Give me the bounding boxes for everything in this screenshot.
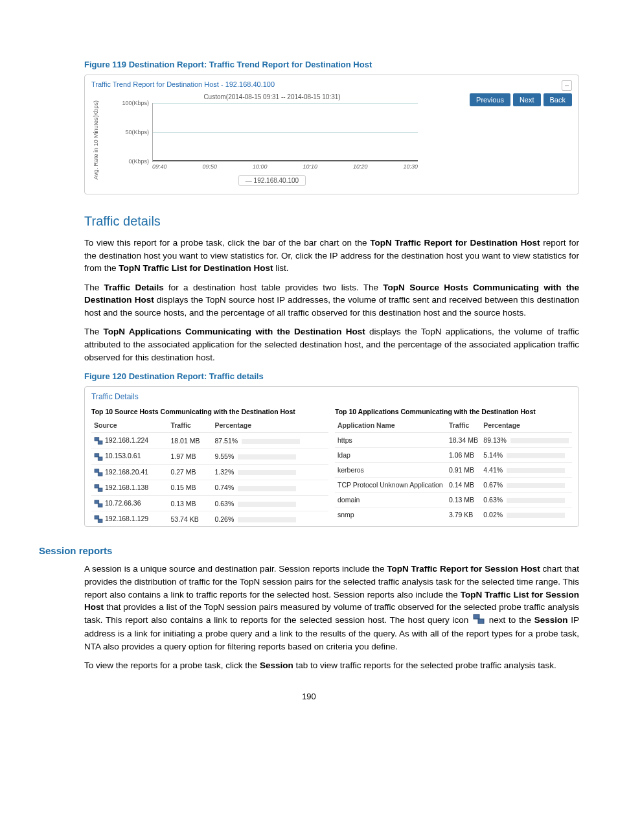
percentage-bar — [242, 439, 300, 444]
y-tick: 100(Kbps) — [122, 100, 149, 106]
host-query-icon[interactable] — [94, 500, 103, 508]
svg-rect-10 — [95, 516, 99, 519]
source-cell[interactable]: 10.153.0.61 — [91, 449, 168, 464]
source-cell[interactable]: 192.168.1.138 — [91, 480, 168, 495]
table-row: kerberos0.91 MB4.41% — [335, 463, 572, 478]
body-text: To view the reports for a probe task, cl… — [84, 659, 579, 672]
traffic-cell: 53.74 KB — [168, 511, 212, 527]
source-cell[interactable]: 192.168.1.224 — [91, 433, 168, 449]
percentage-bar — [507, 483, 565, 488]
chart-legend: — 192.168.40.100 — [238, 175, 306, 186]
source-hosts-table: Source Traffic Percentage 192.168.1.2241… — [91, 418, 328, 526]
traffic-cell: 0.14 MB — [446, 478, 481, 493]
host-query-icon[interactable] — [94, 515, 103, 523]
table-row: 192.168.20.410.27 MB1.32% — [91, 464, 328, 480]
host-query-icon[interactable] — [94, 469, 103, 476]
svg-rect-0 — [95, 438, 99, 441]
figure-120-caption: Figure 120 Destination Report: Traffic d… — [84, 371, 579, 381]
traffic-details-panel-title: Traffic Details — [91, 392, 572, 401]
traffic-details-panel: Traffic Details Top 10 Source Hosts Comm… — [84, 386, 579, 527]
x-tick: 10:10 — [303, 163, 317, 170]
app-name-cell[interactable]: kerberos — [335, 463, 446, 478]
col-source[interactable]: Source — [91, 418, 168, 433]
svg-rect-6 — [95, 485, 99, 488]
y-tick: 50(Kbps) — [125, 129, 149, 135]
svg-rect-13 — [478, 619, 484, 624]
col-percentage[interactable]: Percentage — [481, 418, 572, 433]
source-cell[interactable]: 192.168.20.41 — [91, 464, 168, 480]
traffic-cell: 0.13 MB — [168, 495, 212, 511]
x-tick: 10:00 — [253, 163, 268, 170]
percentage-cell: 5.14% — [481, 448, 572, 463]
table-title-applications: Top 10 Applications Communicating with t… — [335, 405, 572, 418]
percentage-bar — [238, 517, 296, 522]
app-name-cell[interactable]: domain — [335, 493, 446, 508]
x-tick: 09:50 — [202, 163, 217, 170]
host-query-icon[interactable] — [94, 437, 103, 445]
percentage-cell: 0.26% — [212, 511, 328, 527]
percentage-cell: 89.13% — [481, 433, 572, 448]
table-row: 192.168.1.22418.01 MB87.51% — [91, 433, 328, 449]
percentage-cell: 4.41% — [481, 463, 572, 478]
percentage-bar — [510, 438, 569, 443]
percentage-bar — [507, 498, 565, 503]
body-text: To view this report for a probe task, cl… — [84, 237, 579, 275]
y-tick: 0(Kbps) — [128, 158, 149, 165]
section-title-traffic-details: Traffic details — [84, 214, 579, 229]
back-button[interactable]: Back — [544, 93, 572, 106]
body-text: A session is a unique source and destina… — [84, 563, 579, 653]
host-query-icon[interactable] — [94, 453, 103, 461]
source-cell[interactable]: 192.168.1.129 — [91, 511, 168, 527]
percentage-cell: 87.51% — [212, 433, 328, 449]
svg-rect-11 — [98, 519, 102, 522]
body-text: The TopN Applications Communicating with… — [84, 325, 579, 364]
table-row: ldap1.06 MB5.14% — [335, 448, 572, 463]
source-cell[interactable]: 10.72.66.36 — [91, 495, 168, 511]
col-app-name[interactable]: Application Name — [335, 418, 446, 433]
page-number: 190 — [39, 692, 579, 701]
table-row: https18.34 MB89.13% — [335, 433, 572, 448]
traffic-cell: 18.34 MB — [446, 433, 481, 448]
traffic-cell: 1.97 MB — [168, 449, 212, 464]
col-traffic[interactable]: Traffic — [446, 418, 481, 433]
chart-panel-title: Traffic Trend Report for Destination Hos… — [91, 80, 275, 88]
table-row: 10.153.0.611.97 MB9.55% — [91, 449, 328, 464]
traffic-cell: 0.27 MB — [168, 464, 212, 480]
percentage-cell: 0.02% — [481, 508, 572, 522]
percentage-cell: 0.63% — [481, 493, 572, 508]
svg-rect-8 — [95, 500, 99, 504]
previous-button[interactable]: Previous — [470, 93, 510, 106]
svg-rect-1 — [98, 441, 102, 444]
traffic-cell: 18.01 MB — [168, 433, 212, 449]
app-name-cell[interactable]: https — [335, 433, 446, 448]
svg-rect-12 — [474, 614, 479, 619]
svg-rect-9 — [98, 504, 102, 507]
host-query-icon[interactable] — [473, 614, 485, 628]
table-row: domain0.13 MB0.63% — [335, 493, 572, 508]
x-tick: 10:30 — [403, 163, 418, 170]
chart-plot-area: 100(Kbps) 50(Kbps) 0(Kbps) — [152, 103, 418, 162]
chart-title: Custom(2014-08-15 09:31 -- 2014-08-15 10… — [120, 93, 424, 100]
traffic-trend-panel: Traffic Trend Report for Destination Hos… — [84, 75, 579, 194]
svg-rect-3 — [98, 457, 102, 460]
app-name-cell[interactable]: TCP Protocol Unknown Application — [335, 478, 446, 493]
percentage-cell: 9.55% — [212, 449, 328, 464]
svg-rect-4 — [95, 469, 99, 472]
next-button[interactable]: Next — [513, 93, 541, 106]
percentage-cell: 1.32% — [212, 464, 328, 480]
table-row: TCP Protocol Unknown Application0.14 MB0… — [335, 478, 572, 493]
col-traffic[interactable]: Traffic — [168, 418, 212, 433]
col-percentage[interactable]: Percentage — [212, 418, 328, 433]
app-name-cell[interactable]: snmp — [335, 508, 446, 522]
percentage-bar — [238, 486, 296, 491]
svg-rect-7 — [98, 488, 102, 491]
percentage-cell: 0.63% — [212, 495, 328, 511]
figure-119-caption: Figure 119 Destination Report: Traffic T… — [84, 60, 579, 69]
collapse-icon[interactable]: – — [562, 80, 572, 91]
chart-y-axis-label: Avg. Rate in 10 Minutes(Kbps) — [91, 94, 100, 186]
svg-rect-5 — [98, 472, 102, 476]
percentage-bar — [507, 453, 565, 458]
table-row: 192.168.1.1380.15 MB0.74% — [91, 480, 328, 495]
host-query-icon[interactable] — [94, 484, 103, 492]
app-name-cell[interactable]: ldap — [335, 448, 446, 463]
